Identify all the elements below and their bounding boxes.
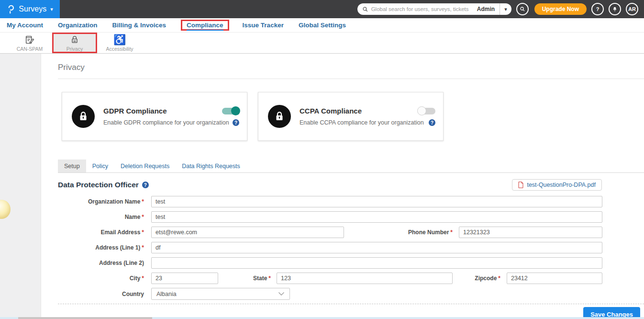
lock-icon: [78, 110, 89, 123]
required-marker: *: [142, 244, 144, 251]
card-title: GDPR Compliance: [103, 107, 167, 115]
top-bar: Surveys ▾ Admin ▾ Upgrade Now ?: [0, 0, 644, 18]
field-label-name: Name*: [58, 214, 144, 220]
field-label-organization-name: Organization Name*: [58, 198, 144, 205]
field-label-email: Email Address*: [58, 229, 144, 236]
gdpr-lock-badge: [72, 105, 95, 128]
account-nav: My Account Organization Billing & Invoic…: [0, 18, 644, 33]
ccpa-lock-badge: [268, 105, 291, 128]
phone-input[interactable]: [459, 227, 602, 238]
page-title: Privacy: [58, 63, 644, 72]
organization-name-input[interactable]: [151, 196, 602, 207]
country-select[interactable]: Albania: [151, 288, 290, 300]
search-icon: [520, 6, 525, 12]
tab-deletion-requests[interactable]: Deletion Requests: [114, 160, 176, 172]
toolbar-item-can-spam[interactable]: CAN-SPAM: [7, 33, 52, 53]
search-button[interactable]: [516, 3, 529, 15]
field-label-address1: Address (Line 1)*: [58, 244, 144, 251]
search-icon: [362, 6, 368, 12]
name-input[interactable]: [151, 211, 602, 223]
upgrade-now-button[interactable]: Upgrade Now: [534, 3, 587, 15]
toolbar-item-label: CAN-SPAM: [17, 46, 43, 52]
global-search: Admin ▾: [357, 3, 511, 15]
question-mark-icon: ?: [596, 6, 600, 12]
field-label-state: State*: [218, 275, 271, 282]
notifications-button[interactable]: [609, 3, 621, 15]
section-title: Data Protection Officer: [58, 181, 139, 189]
card-description: Enable CCPA compliance for your organiza…: [300, 119, 424, 126]
required-marker: *: [498, 275, 500, 282]
compliance-annotation-box: Compliance: [181, 20, 229, 31]
required-marker: *: [142, 275, 144, 282]
pdf-file-icon: [518, 182, 523, 188]
search-scope-dropdown[interactable]: ▾: [500, 3, 511, 15]
ccpa-help-icon[interactable]: ?: [429, 119, 435, 126]
form-row: Name*: [58, 211, 644, 223]
help-button[interactable]: ?: [591, 3, 604, 15]
lock-icon: [70, 34, 79, 45]
address-line1-input[interactable]: [151, 242, 602, 253]
user-avatar[interactable]: AR: [626, 3, 638, 15]
nav-item-compliance[interactable]: Compliance: [187, 22, 223, 29]
required-marker: *: [268, 275, 271, 282]
search-scope-label[interactable]: Admin: [472, 6, 500, 12]
horizontal-scrollbar: [0, 317, 644, 319]
privacy-tabs: Setup Policy Deletion Requests Data Righ…: [58, 160, 644, 173]
gdpr-card: GDPR Compliance Enable GDPR compliance f…: [62, 92, 247, 141]
lock-icon: [274, 110, 285, 123]
gdpr-help-icon[interactable]: ?: [233, 119, 239, 126]
chevron-down-icon: [278, 292, 285, 296]
field-label-zipcode: Zipcode*: [453, 275, 500, 282]
dpa-attachment-link[interactable]: test-QuestionPro-DPA.pdf: [512, 179, 602, 191]
form-row: Address (Line 1)*: [58, 242, 644, 253]
gdpr-toggle[interactable]: [222, 108, 239, 114]
content-panel: Privacy GDPR Compliance Enable GDPR com: [41, 54, 644, 319]
form-row: Address (Line 2): [58, 257, 644, 269]
state-input[interactable]: [277, 273, 453, 284]
tab-setup[interactable]: Setup: [58, 160, 86, 172]
dpo-help-icon[interactable]: ?: [142, 182, 149, 188]
nav-item-global-settings[interactable]: Global Settings: [299, 22, 346, 29]
horizontal-scrollbar-thumb[interactable]: [18, 317, 152, 319]
chevron-down-icon[interactable]: ▾: [50, 7, 53, 12]
memo-pencil-icon: [24, 34, 35, 45]
toolbar-item-privacy[interactable]: Privacy: [52, 33, 97, 53]
required-marker: *: [142, 229, 144, 236]
email-input[interactable]: [151, 227, 344, 238]
product-switcher[interactable]: Surveys ▾: [0, 0, 60, 18]
address-line2-input[interactable]: [151, 257, 602, 269]
required-marker: *: [450, 229, 453, 236]
zipcode-input[interactable]: [507, 273, 602, 284]
nav-item-issue-tracker[interactable]: Issue Tracker: [243, 22, 284, 29]
toolbar-item-accessibility[interactable]: ♿ Accessibility: [97, 33, 142, 53]
form-row: City* State* Zipcode*: [58, 273, 644, 284]
attachment-filename: test-QuestionPro-DPA.pdf: [527, 182, 596, 188]
tab-data-rights-requests[interactable]: Data Rights Requests: [176, 160, 246, 172]
form-row: Email Address* Phone Number*: [58, 227, 644, 238]
divider: [58, 79, 644, 79]
toolbar-item-label: Privacy: [67, 46, 83, 52]
card-title: CCPA Compliance: [300, 107, 362, 115]
form-row: Country Albania: [58, 288, 644, 300]
tab-policy[interactable]: Policy: [86, 160, 114, 172]
city-input[interactable]: [151, 273, 218, 284]
search-input[interactable]: [371, 6, 472, 12]
compliance-cards: GDPR Compliance Enable GDPR compliance f…: [62, 92, 644, 141]
avatar-initials: AR: [628, 6, 636, 12]
nav-item-billing-invoices[interactable]: Billing & Invoices: [112, 22, 167, 29]
product-name: Surveys: [19, 5, 46, 13]
nav-item-my-account[interactable]: My Account: [7, 22, 43, 29]
field-label-phone: Phone Number*: [344, 229, 453, 236]
required-marker: *: [142, 214, 144, 220]
required-marker: *: [142, 198, 144, 205]
field-label-country: Country: [58, 291, 144, 297]
ccpa-toggle[interactable]: [418, 108, 435, 114]
ccpa-card: CCPA Compliance Enable CCPA compliance f…: [258, 92, 444, 141]
field-label-address2: Address (Line 2): [58, 260, 144, 266]
feedback-widget-ball[interactable]: [0, 200, 11, 219]
compliance-toolbar: CAN-SPAM Privacy ♿ Accessibility: [0, 33, 644, 54]
country-selected-value: Albania: [156, 291, 177, 297]
card-description: Enable GDPR compliance for your organiza…: [103, 119, 229, 126]
chevron-down-icon: ▾: [504, 7, 507, 12]
nav-item-organization[interactable]: Organization: [58, 22, 98, 29]
